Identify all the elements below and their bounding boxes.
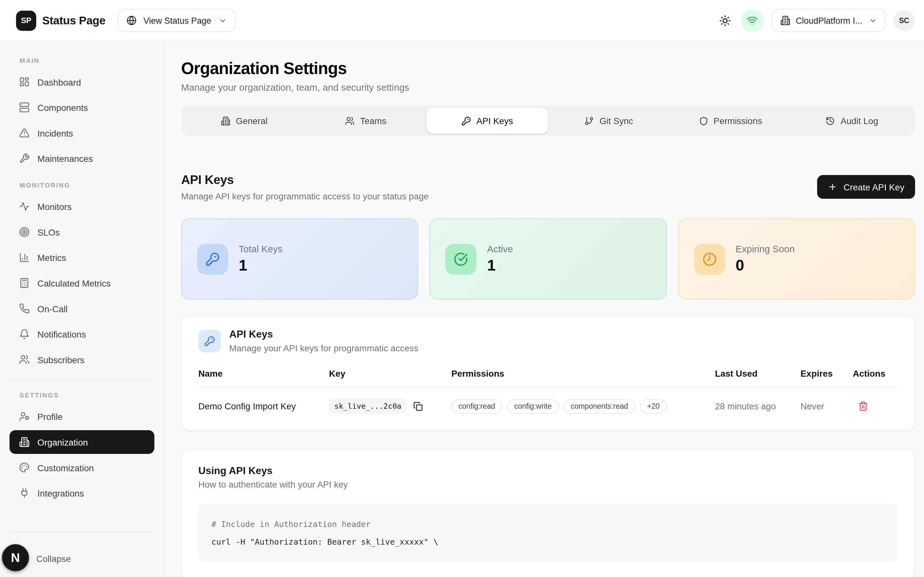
sidebar-item-dashboard[interactable]: Dashboard — [10, 70, 155, 93]
sidebar-bottom-divider — [10, 532, 155, 532]
shield-icon — [699, 116, 708, 126]
tab-git-sync[interactable]: Git Sync — [548, 108, 670, 134]
copy-key-button[interactable] — [413, 401, 423, 411]
sidebar-item-slos[interactable]: SLOs — [10, 220, 155, 244]
dev-tools-badge[interactable]: N — [2, 544, 29, 571]
sidebar-item-profile[interactable]: Profile — [10, 405, 155, 428]
sidebar-item-calculated-metrics[interactable]: Calculated Metrics — [10, 271, 155, 295]
api-keys-table-card: API Keys Manage your API keys for progra… — [181, 316, 915, 431]
permission-more-chip: +20 — [640, 399, 667, 413]
sidebar-divider — [10, 380, 155, 381]
permission-chip: config:write — [507, 399, 559, 413]
col-expires: Expires — [800, 368, 853, 378]
card-subtitle: Manage your API keys for programmatic ac… — [229, 343, 418, 353]
sidebar-section-main: MAIN — [19, 57, 154, 64]
card-title: API Keys — [229, 329, 418, 340]
col-key: Key — [329, 368, 451, 378]
delete-key-button[interactable] — [858, 401, 868, 411]
check-circle-icon — [446, 243, 477, 274]
api-key-masked-value: sk_live_...2c0a — [329, 399, 407, 414]
col-last-used: Last Used — [715, 368, 800, 378]
stat-label: Expiring Soon — [736, 243, 795, 254]
col-permissions: Permissions — [451, 368, 715, 378]
building-icon — [780, 15, 790, 25]
settings-tabs: General Teams API Keys Git Sync — [181, 105, 915, 135]
top-bar: SP Status Page View Status Page — [0, 0, 924, 42]
permission-chip: config:read — [451, 399, 502, 413]
api-keys-subheading: Manage API keys for programmatic access … — [181, 191, 429, 201]
maintenances-icon — [19, 153, 29, 164]
sidebar-item-maintenances[interactable]: Maintenances — [10, 147, 155, 170]
stat-label: Active — [487, 243, 513, 254]
theme-toggle-button[interactable] — [717, 13, 733, 28]
connection-status-badge[interactable] — [741, 9, 764, 32]
customization-icon — [19, 462, 29, 473]
chevron-down-icon — [218, 16, 227, 25]
wifi-icon — [746, 15, 758, 26]
sidebar-item-incidents[interactable]: Incidents — [10, 121, 155, 145]
expires-value: Never — [800, 401, 853, 411]
sidebar-item-integrations[interactable]: Integrations — [10, 481, 155, 505]
on-call-icon — [19, 303, 29, 314]
table-row: Demo Config Import Key sk_live_...2c0a c… — [198, 387, 898, 421]
tab-api-keys[interactable]: API Keys — [427, 108, 548, 134]
sidebar-collapse-button[interactable]: Collapse — [36, 553, 71, 563]
key-icon — [197, 243, 228, 274]
git-branch-icon — [585, 116, 594, 126]
stat-value: 1 — [239, 256, 283, 274]
slos-icon — [19, 227, 29, 237]
col-actions: Actions — [853, 368, 898, 378]
create-api-key-button[interactable]: Create API Key — [817, 175, 915, 199]
app-logo: SP — [16, 10, 36, 31]
components-icon — [19, 102, 29, 113]
trash-icon — [858, 401, 868, 411]
sidebar-section-settings: SETTINGS — [19, 392, 154, 399]
history-icon — [826, 116, 835, 126]
sidebar-item-customization[interactable]: Customization — [10, 456, 155, 479]
key-icon — [198, 330, 221, 352]
view-status-page-button[interactable]: View Status Page — [118, 9, 236, 32]
sidebar-item-notifications[interactable]: Notifications — [10, 322, 155, 346]
usage-subtitle: How to authenticate with your API key — [198, 480, 898, 490]
app-window: SP Status Page View Status Page — [0, 0, 924, 577]
monitors-icon — [19, 201, 29, 211]
organization-icon — [19, 437, 29, 447]
stat-label: Total Keys — [239, 243, 283, 254]
profile-icon — [19, 411, 29, 422]
users-icon — [345, 116, 355, 126]
integrations-icon — [19, 488, 29, 498]
page-title: Organization Settings — [181, 59, 915, 78]
tab-teams[interactable]: Teams — [305, 108, 427, 134]
table-header-row: Name Key Permissions Last Used Expires A… — [198, 368, 898, 387]
sidebar: MAIN Dashboard Components Incidents Main… — [0, 42, 165, 577]
page-subtitle: Manage your organization, team, and secu… — [181, 82, 915, 93]
code-command-line: curl -H "Authorization: Bearer sk_live_x… — [212, 533, 885, 551]
stat-value: 1 — [487, 256, 513, 274]
sidebar-item-organization[interactable]: Organization — [10, 430, 155, 454]
stat-card-expiring-soon: Expiring Soon 0 — [678, 218, 915, 300]
sidebar-item-metrics[interactable]: Metrics — [10, 245, 155, 269]
permission-chip: components:read — [564, 399, 635, 413]
api-keys-heading: API Keys — [181, 173, 429, 187]
sidebar-item-subscribers[interactable]: Subscribers — [10, 348, 155, 372]
sidebar-item-on-call[interactable]: On-Call — [10, 297, 155, 320]
tab-permissions[interactable]: Permissions — [670, 108, 791, 134]
tab-general[interactable]: General — [184, 108, 305, 134]
copy-icon — [413, 401, 423, 411]
sidebar-item-components[interactable]: Components — [10, 95, 155, 119]
view-status-page-label: View Status Page — [144, 16, 211, 25]
last-used-value: 28 minutes ago — [715, 401, 800, 411]
stat-card-active: Active 1 — [430, 218, 667, 300]
calculated-metrics-icon — [19, 277, 29, 288]
user-avatar[interactable]: SC — [894, 10, 915, 31]
sun-icon — [719, 15, 731, 26]
stat-value: 0 — [736, 256, 795, 274]
tab-audit-log[interactable]: Audit Log — [791, 108, 913, 134]
organization-selector[interactable]: CloudPlatform I... — [772, 9, 885, 32]
subscribers-icon — [19, 354, 29, 365]
metrics-icon — [19, 252, 29, 263]
clock-icon — [694, 243, 725, 274]
sidebar-item-monitors[interactable]: Monitors — [10, 195, 155, 218]
chevron-down-icon — [869, 16, 877, 25]
main-content: Organization Settings Manage your organi… — [165, 42, 924, 577]
